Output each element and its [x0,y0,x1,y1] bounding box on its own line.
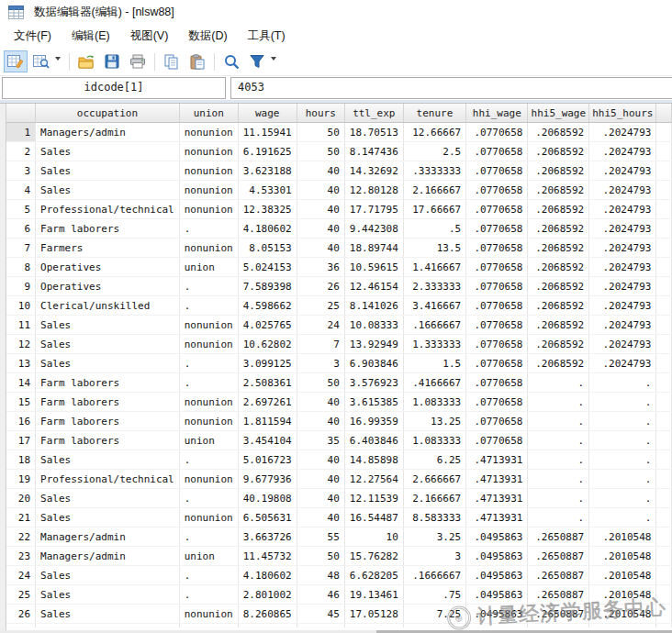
row-number[interactable]: 16 [6,412,36,431]
cell-occupation[interactable]: Farm laborers [36,412,180,431]
cell-hhi_wage[interactable]: .0495863 [466,585,528,605]
cell-hours[interactable]: 50 [297,547,344,566]
cell-hours[interactable]: 45 [297,605,344,624]
column-header-ttl_exp[interactable]: ttl_exp [344,104,403,123]
cell-hours[interactable]: 40 [297,161,344,181]
cell-hhi_wage[interactable]: .0770658 [466,296,528,316]
cell-wage[interactable]: 11.45732 [238,547,297,566]
cell-tenure[interactable]: .3333333 [403,161,465,181]
cell-tenure[interactable]: .1666667 [403,566,465,585]
cell-occupation[interactable]: Sales [36,450,180,470]
cell-tenure[interactable]: 8.583333 [403,508,465,528]
cell-hhi5_wage[interactable]: .2650887 [528,566,589,585]
menu-view[interactable]: 视图(V) [120,25,179,48]
cell-wage[interactable]: 4.180602 [238,566,297,585]
cell-union[interactable]: . [179,354,238,373]
cell-tenure[interactable]: 13.25 [403,412,465,431]
cell-union[interactable]: union [179,547,238,566]
menu-tools[interactable]: 工具(T) [238,25,296,48]
cell-union[interactable]: nonunion [179,393,238,412]
column-header-hhi5_hours[interactable]: hhi5_hours [589,104,656,123]
cell-hhi_wage[interactable]: .0495863 [466,605,528,624]
cell-hhi_wage[interactable]: .0770658 [466,219,528,239]
cell-hhi_wage[interactable]: .4713931 [466,470,528,489]
cell-hhi5_hours[interactable]: .2024793 [589,239,656,258]
paste-button[interactable] [185,50,209,72]
cell-wage[interactable]: 3.454104 [238,431,297,450]
cell-ttl_exp[interactable]: 14.32692 [344,161,403,181]
cell-wage[interactable]: 8.05153 [238,239,297,258]
column-header-hhi5_wage[interactable]: hhi5_wage [528,104,589,123]
row-number[interactable]: 7 [6,239,36,258]
row-number[interactable]: 24 [6,566,36,585]
filter-button[interactable] [245,50,269,72]
cell-hours[interactable]: 40 [297,200,344,219]
cell-hours[interactable]: 50 [297,373,344,393]
cell-occupation[interactable]: Managers/admin [36,528,180,547]
cell-hhi5_hours[interactable]: .2024793 [589,161,656,181]
cell-hhi5_wage[interactable]: .2068592 [528,258,589,277]
cell-hhi5_hours[interactable]: .2024793 [589,258,656,277]
cell-union[interactable]: nonunion [179,239,238,258]
cell-union[interactable]: . [179,489,238,508]
row-number[interactable]: 2 [6,142,36,161]
menu-data[interactable]: 数据(D) [178,25,237,48]
menu-edit[interactable]: 编辑(E) [62,25,120,48]
cell-hhi_wage[interactable]: .0770658 [466,335,528,354]
cell-wage[interactable]: 5.024153 [238,258,297,277]
cell-hours[interactable]: 40 [297,181,344,200]
cell-ttl_exp[interactable]: 9.442308 [344,219,403,239]
cell-hhi5_wage[interactable]: . [528,470,589,489]
cell-hhi5_wage[interactable]: .2068592 [528,200,589,219]
print-button[interactable] [126,50,150,72]
cell-ttl_exp[interactable]: 3.576923 [344,373,403,393]
cell-occupation[interactable]: Managers/admin [36,547,180,566]
cell-hhi_wage[interactable]: .0495863 [466,528,528,547]
cell-union[interactable]: . [179,450,238,470]
cell-hhi5_wage[interactable]: .2068592 [528,296,589,316]
cell-wage[interactable]: 3.663726 [238,528,297,547]
cell-occupation[interactable]: Sales [36,335,180,354]
cell-tenure[interactable]: 2.333333 [403,277,465,296]
cell-hhi5_hours[interactable]: .2024793 [589,219,656,239]
column-header-tenure[interactable]: tenure [403,104,465,123]
cell-tenure[interactable]: 1.5 [403,354,465,373]
cell-union[interactable]: nonunion [179,200,238,219]
cell-tenure[interactable]: 1.416667 [403,258,465,277]
cell-hhi_wage[interactable]: .0770658 [466,393,528,412]
row-number-header[interactable] [6,104,36,123]
row-number[interactable]: 22 [6,528,36,547]
column-header-hhi_wage[interactable]: hhi_wage [466,104,528,123]
row-number[interactable]: 5 [6,200,36,219]
cell-union[interactable]: . [179,219,238,239]
cell-tenure[interactable]: .75 [403,585,465,605]
cell-tenure[interactable]: 2.166667 [403,181,465,200]
cell-ttl_exp[interactable]: 14.85898 [344,450,403,470]
cell-hhi_wage[interactable]: .0770658 [466,412,528,431]
cell-union[interactable]: . [179,566,238,585]
cell-ttl_exp[interactable]: 17.05128 [344,605,403,624]
cell-hhi_wage[interactable]: .0770658 [466,316,528,335]
cell-occupation[interactable]: Farm laborers [36,373,180,393]
cell-union[interactable]: nonunion [179,142,238,161]
cell-hours[interactable]: 40 [297,219,344,239]
cell-hours[interactable]: 50 [297,123,344,142]
cell-hhi5_hours[interactable]: . [589,450,656,470]
cell-wage[interactable]: 11.15941 [238,123,297,142]
cell-hours[interactable]: 40 [297,508,344,528]
cell-wage[interactable]: 4.53301 [238,181,297,200]
cell-hhi5_hours[interactable]: .2024793 [589,335,656,354]
cell-hhi_wage[interactable]: .4713931 [466,450,528,470]
cell-hhi5_hours[interactable]: . [589,431,656,450]
cell-tenure[interactable]: 2.166667 [403,489,465,508]
cell-hhi5_hours[interactable]: .2024793 [589,296,656,316]
cell-ttl_exp[interactable]: 10 [344,528,403,547]
cell-tenure[interactable]: 2.666667 [403,470,465,489]
row-number[interactable]: 1 [6,123,36,142]
cell-tenure[interactable]: 1.083333 [403,393,465,412]
column-header-wage[interactable]: wage [238,104,297,123]
row-number[interactable]: 10 [6,296,36,316]
cell-hhi5_wage[interactable]: . [528,412,589,431]
row-number[interactable]: 23 [6,547,36,566]
cell-hhi_wage[interactable]: .0770658 [466,181,528,200]
